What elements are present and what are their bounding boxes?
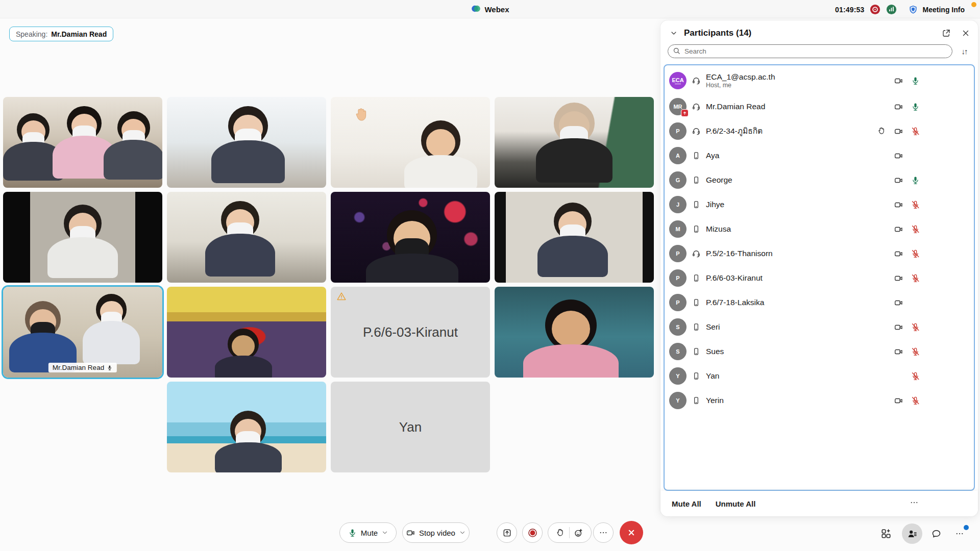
video-tile-placeholder[interactable]: P.6/6-03-Kiranut xyxy=(331,287,490,378)
participants-toggle-button[interactable] xyxy=(902,523,922,544)
mute-button[interactable]: Mute xyxy=(339,522,397,543)
camera-icon[interactable] xyxy=(890,322,907,332)
mic-muted-icon[interactable] xyxy=(907,371,924,381)
video-tile[interactable] xyxy=(167,97,326,188)
record-button[interactable] xyxy=(522,522,543,543)
video-chevron-icon[interactable] xyxy=(459,529,466,536)
speaking-banner: Speaking: Mr.Damian Read xyxy=(9,27,113,41)
participant-name: Jihye xyxy=(706,200,724,209)
chat-button[interactable] xyxy=(927,524,945,543)
camera-icon[interactable] xyxy=(890,396,907,406)
search-box[interactable] xyxy=(668,44,952,58)
participant-row[interactable]: AAya xyxy=(665,143,974,168)
video-tile-placeholder[interactable]: Yan xyxy=(331,382,490,472)
mic-muted-icon[interactable] xyxy=(907,200,924,210)
camera-icon[interactable] xyxy=(890,347,907,357)
person-silhouette xyxy=(366,210,458,283)
mute-chevron-icon[interactable] xyxy=(381,529,388,536)
more-controls-button[interactable] xyxy=(593,522,614,543)
video-tile[interactable]: Mr.Damian Read xyxy=(3,287,162,378)
meeting-info-button[interactable]: Meeting Info xyxy=(923,6,965,14)
camera-icon[interactable] xyxy=(890,200,907,210)
participant-row[interactable]: MRMr.Damian Read xyxy=(665,94,974,119)
camera-icon[interactable] xyxy=(890,224,907,234)
camera-icon[interactable] xyxy=(890,176,907,185)
participant-row[interactable]: ECAECA_1@acsp.ac.thHost, me xyxy=(665,67,974,94)
mic-on-icon[interactable] xyxy=(907,176,924,185)
search-input[interactable] xyxy=(668,44,952,58)
mic-muted-icon[interactable] xyxy=(907,347,924,357)
participant-name: P.6/2-34-ภูมิธกิต xyxy=(706,127,763,136)
mic-muted-icon[interactable] xyxy=(907,127,924,136)
camera-icon[interactable] xyxy=(890,127,907,136)
participant-row[interactable]: SSues xyxy=(665,339,974,364)
apps-button[interactable] xyxy=(877,524,895,543)
participant-row[interactable]: YYerin xyxy=(665,388,974,413)
participant-row[interactable]: YYan xyxy=(665,364,974,388)
participant-name: P.5/2-16-Thanisorn xyxy=(706,249,773,258)
camera-icon[interactable] xyxy=(890,76,907,86)
mic-muted-icon[interactable] xyxy=(907,322,924,332)
camera-icon[interactable] xyxy=(890,298,907,308)
participant-row[interactable]: JJihye xyxy=(665,192,974,217)
participant-row[interactable]: PP.6/7-18-Laksika xyxy=(665,290,974,315)
camera-icon[interactable] xyxy=(890,102,907,112)
tile-participant-name: P.6/6-03-Kiranut xyxy=(363,324,458,340)
participant-row[interactable]: GGeorge xyxy=(665,168,974,192)
video-tile[interactable] xyxy=(495,97,654,188)
unmute-all-button[interactable]: Unmute All xyxy=(716,499,756,508)
avatar: M xyxy=(669,220,687,238)
video-tile[interactable] xyxy=(331,192,490,283)
participant-row[interactable]: MMizusa xyxy=(665,217,974,241)
more-options-icon[interactable] xyxy=(910,498,919,509)
share-screen-button[interactable] xyxy=(497,522,517,543)
camera-icon[interactable] xyxy=(890,249,907,259)
pop-out-panel-icon[interactable] xyxy=(940,27,952,39)
person-silhouette xyxy=(215,329,272,378)
camera-icon[interactable] xyxy=(890,273,907,283)
video-tile[interactable] xyxy=(3,192,162,283)
avatar: A xyxy=(669,147,687,164)
mic-muted-icon[interactable] xyxy=(907,224,924,234)
participant-row[interactable]: PP.6/6-03-Kiranut xyxy=(665,266,974,290)
person-silhouette xyxy=(215,411,282,472)
person-silhouette xyxy=(205,201,275,283)
video-tile[interactable] xyxy=(167,287,326,378)
participant-row[interactable]: PP.5/2-16-Thanisorn xyxy=(665,241,974,266)
close-panel-icon[interactable] xyxy=(960,27,972,39)
camera-icon[interactable] xyxy=(890,151,907,161)
video-tile[interactable] xyxy=(3,97,162,188)
video-tile[interactable] xyxy=(495,287,654,378)
sort-participants-icon[interactable]: ↓↑ xyxy=(958,47,971,56)
participant-row[interactable]: SSeri xyxy=(665,315,974,339)
mic-on-icon[interactable] xyxy=(907,102,924,112)
reactions-smiley-icon[interactable] xyxy=(574,528,583,538)
avatar: ECA xyxy=(669,72,687,89)
reactions-button[interactable] xyxy=(548,522,592,543)
video-tile[interactable] xyxy=(331,97,490,188)
raise-hand-icon[interactable] xyxy=(556,528,565,537)
collapse-chevron-icon[interactable] xyxy=(668,27,680,39)
video-tile[interactable] xyxy=(167,382,326,472)
top-bar: Webex 01:49:53 Meeting Info xyxy=(0,0,980,18)
mic-muted-icon[interactable] xyxy=(907,249,924,259)
video-tile[interactable] xyxy=(167,192,326,283)
mic-muted-icon[interactable] xyxy=(907,273,924,283)
mobile-device-icon xyxy=(692,396,702,405)
avatar: P xyxy=(669,269,687,287)
participant-row[interactable]: PP.6/2-34-ภูมิธกิต xyxy=(665,119,974,143)
mic-muted-icon[interactable] xyxy=(907,396,924,406)
stop-video-button[interactable]: Stop video xyxy=(402,522,470,543)
headset-icon xyxy=(692,127,702,136)
leave-x-icon xyxy=(626,528,636,538)
avatar: S xyxy=(669,343,687,360)
headset-icon xyxy=(692,102,702,111)
leave-meeting-button[interactable] xyxy=(620,521,643,544)
video-tile[interactable] xyxy=(495,192,654,283)
search-icon xyxy=(672,46,681,57)
mobile-device-icon xyxy=(692,151,702,160)
app-name: Webex xyxy=(484,5,509,14)
mic-on-icon[interactable] xyxy=(907,76,924,86)
person-silhouette xyxy=(47,205,117,283)
mute-all-button[interactable]: Mute All xyxy=(672,499,701,508)
